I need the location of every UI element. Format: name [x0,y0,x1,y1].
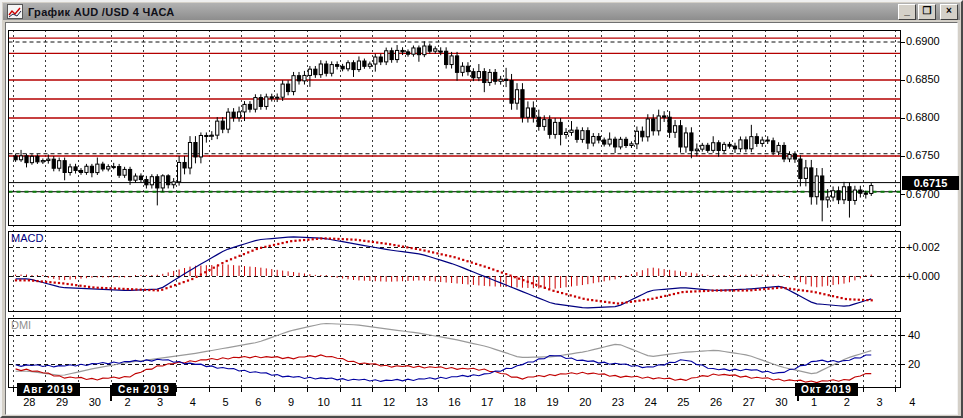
macd-axis-label: +0.002 [906,241,940,254]
dmi-axis-label: 20 [908,358,920,371]
chart-window-stage: График AUD /USD 4 ЧАСА _ ❐ × 0.6900 0.68… [0,0,963,418]
date-label: 9 [288,396,294,408]
date-label: 24 [645,396,657,408]
date-label: 20 [579,396,591,408]
date-label: 4 [190,396,196,408]
dmi-axis-label: 40 [908,329,920,342]
date-label: 4 [909,396,915,408]
date-label: 12 [383,396,395,408]
month-label-sep: Сен 2019 [112,383,176,396]
date-label: 29 [56,396,68,408]
month-label-oct: Окт 2019 [795,383,858,396]
date-label: 19 [546,396,558,408]
current-price-badge: 0.6715 [902,176,959,190]
macd-panel-title: MACD [11,232,43,245]
date-label: 16 [448,396,460,408]
chart-client-area[interactable] [5,22,958,415]
price-axis-label: 0.6850 [906,73,940,86]
price-axis-label: 0.6800 [906,111,940,124]
date-label: 1 [811,396,817,408]
date-label: 23 [612,396,624,408]
date-label: 30 [89,396,101,408]
date-label: 27 [743,396,755,408]
date-label: 6 [255,396,261,408]
maximize-button[interactable]: ❐ [918,4,936,20]
date-label: 5 [222,396,228,408]
date-label: 30 [775,396,787,408]
date-label: 10 [318,396,330,408]
close-button[interactable]: × [940,4,958,20]
date-label: 11 [351,396,362,408]
date-label: 26 [710,396,722,408]
date-label: 3 [157,396,163,408]
title-bar[interactable]: График AUD /USD 4 ЧАСА _ ❐ × [3,3,960,20]
date-label: 13 [416,396,428,408]
app-window: График AUD /USD 4 ЧАСА _ ❐ × [0,0,963,418]
window-title: График AUD /USD 4 ЧАСА [28,6,896,18]
month-label-aug: Авг 2019 [17,383,80,396]
minimize-button[interactable]: _ [898,4,916,20]
price-axis-label: 0.6750 [906,149,940,162]
date-label: 2 [124,396,130,408]
date-label: 18 [514,396,526,408]
date-label: 28 [23,396,35,408]
date-label: 3 [876,396,882,408]
chart-app-icon [7,4,23,19]
dmi-panel-title: DMI [11,319,31,332]
date-label: 2 [844,396,850,408]
macd-axis-label: +0.000 [906,270,940,283]
price-axis-label: 0.6900 [906,35,940,48]
date-label: 17 [481,396,493,408]
date-label: 25 [677,396,689,408]
